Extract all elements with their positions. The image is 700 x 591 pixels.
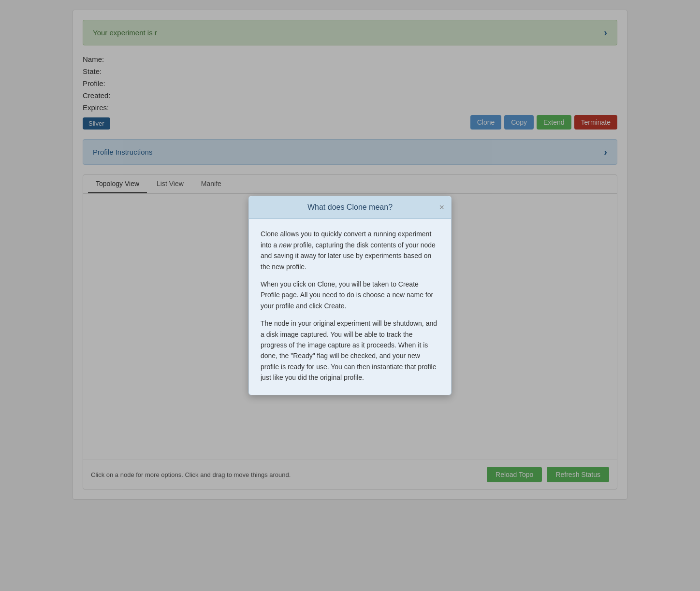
modal-paragraph-1: Clone allows you to quickly convert a ru… bbox=[261, 229, 439, 272]
modal-paragraph-3: The node in your original experiment wil… bbox=[261, 318, 439, 383]
modal-header: What does Clone mean? × bbox=[249, 196, 451, 219]
modal-title: What does Clone mean? bbox=[307, 203, 393, 212]
modal-body: Clone allows you to quickly convert a ru… bbox=[249, 219, 451, 394]
modal-overlay: What does Clone mean? × Clone allows you… bbox=[0, 0, 700, 591]
clone-modal-dialog: What does Clone mean? × Clone allows you… bbox=[248, 196, 452, 395]
modal-close-button[interactable]: × bbox=[439, 202, 444, 213]
modal-paragraph-2: When you click on Clone, you will be tak… bbox=[261, 279, 439, 311]
